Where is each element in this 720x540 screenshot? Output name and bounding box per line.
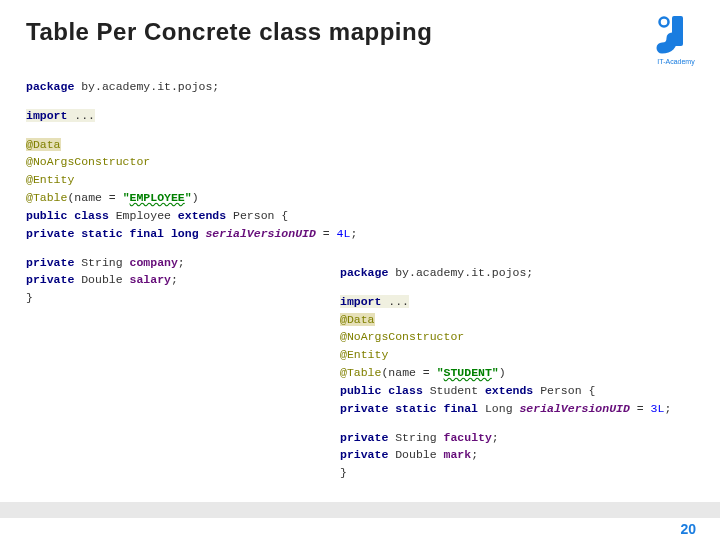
code-line: private String faculty; xyxy=(340,429,671,447)
code-line: public class Employee extends Person { xyxy=(26,207,357,225)
logo: IT-Academy xyxy=(652,10,700,65)
code-line: import ... xyxy=(26,107,357,125)
code-line: @Data xyxy=(26,136,357,154)
code-line: package by.academy.it.pojos; xyxy=(340,264,671,282)
code-line: @Table(name = "EMPLOYEE") xyxy=(26,189,357,207)
code-line: package by.academy.it.pojos; xyxy=(26,78,357,96)
svg-point-0 xyxy=(660,18,669,27)
code-line: @Table(name = "STUDENT") xyxy=(340,364,671,382)
code-line: private static final long serialVersionU… xyxy=(26,225,357,243)
code-line: import ... xyxy=(340,293,671,311)
code-line: public class Student extends Person { xyxy=(340,382,671,400)
code-block-employee: package by.academy.it.pojos; import ... … xyxy=(26,78,357,307)
logo-text: IT-Academy xyxy=(652,58,700,65)
code-line: private Double mark; xyxy=(340,446,671,464)
code-line: private Double salary; xyxy=(26,271,357,289)
code-line: @Data xyxy=(340,311,671,329)
slide: Table Per Concrete class mapping IT-Acad… xyxy=(0,0,720,540)
code-line: @Entity xyxy=(26,171,357,189)
footer-bar xyxy=(0,502,720,518)
code-line: } xyxy=(340,464,671,482)
page-number: 20 xyxy=(680,521,696,537)
logo-icon xyxy=(652,10,700,58)
code-line: private static final Long serialVersionU… xyxy=(340,400,671,418)
code-line: @Entity xyxy=(340,346,671,364)
slide-title: Table Per Concrete class mapping xyxy=(26,18,432,46)
code-line: private String company; xyxy=(26,254,357,272)
code-line: @NoArgsConstructor xyxy=(340,328,671,346)
code-block-student: package by.academy.it.pojos; import ... … xyxy=(340,264,671,482)
code-line: @NoArgsConstructor xyxy=(26,153,357,171)
code-line: } xyxy=(26,289,357,307)
